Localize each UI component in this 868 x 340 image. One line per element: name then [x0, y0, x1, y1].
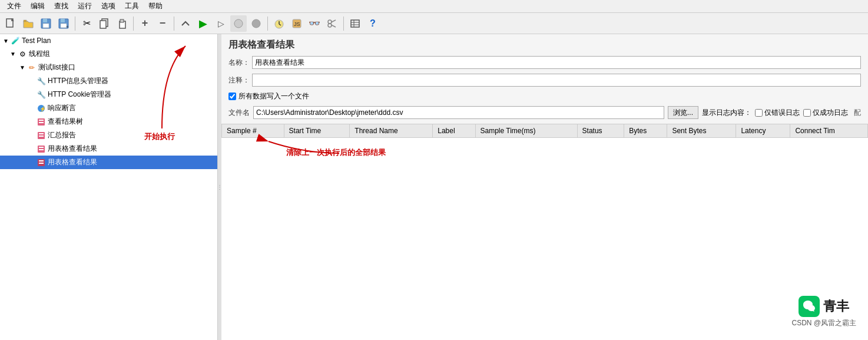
- tree-item-aggregate-report[interactable]: ▶ 汇总报告: [0, 128, 217, 142]
- file-row: 文件名 浏览... 显示日志内容： 仅错误日志 仅成功日志 配: [221, 104, 868, 121]
- file-input[interactable]: [253, 106, 664, 119]
- tree-label-list-interface: 测试list接口: [38, 62, 75, 72]
- sep2: [133, 16, 134, 31]
- col-connect-time: Connect Tim: [790, 124, 868, 138]
- svg-rect-41: [39, 163, 44, 164]
- tree-item-table-results1[interactable]: ▶ 用表格查看结果: [0, 142, 217, 156]
- expand-arrow-test-plan[interactable]: ▼: [2, 37, 9, 44]
- errors-only-label: 仅错误日志: [755, 108, 800, 118]
- success-only-checkbox[interactable]: [803, 109, 811, 117]
- script-button[interactable]: JS: [289, 15, 305, 32]
- comment-input[interactable]: [252, 74, 861, 87]
- name-label: 名称：: [228, 58, 252, 68]
- all-data-label: 所有数据写入一个文件: [238, 91, 309, 101]
- tree-label-view-results-tree: 查看结果树: [48, 117, 83, 127]
- all-data-checkbox[interactable]: [228, 93, 236, 100]
- copy-button[interactable]: [96, 15, 112, 32]
- tree-item-test-plan[interactable]: ▼ 🧪 Test Plan: [0, 34, 217, 47]
- tree-label-thread-group: 线程组: [29, 49, 50, 59]
- main-layout: ▼ 🧪 Test Plan ▼ ⚙ 线程组 ▼ ✏ 测试list接口 ▶ 🔧 H…: [0, 34, 868, 340]
- svg-rect-32: [39, 122, 44, 123]
- tree-label-table-results2: 用表格查看结果: [48, 157, 97, 167]
- menu-tools[interactable]: 工具: [120, 0, 144, 12]
- menu-run[interactable]: 运行: [73, 0, 97, 12]
- view-results-icon: [37, 117, 46, 127]
- run-button[interactable]: ▶: [195, 15, 211, 32]
- save-as-button[interactable]: +: [55, 15, 72, 32]
- new-button[interactable]: [2, 15, 19, 32]
- right-panel: 用表格查看结果 名称： 注释： 所有数据写入一个文件 文件名 浏览... 显示日…: [221, 34, 868, 340]
- menu-bar: 文件 编辑 查找 运行 选项 工具 帮助: [0, 0, 868, 13]
- list-button[interactable]: [347, 15, 363, 32]
- tree-label-http-cookie: HTTP Cookie管理器: [48, 90, 111, 100]
- browse-button[interactable]: 浏览...: [668, 106, 698, 119]
- cut-button[interactable]: ✂: [78, 15, 95, 32]
- paste-button[interactable]: [114, 15, 130, 32]
- svg-rect-37: [39, 147, 44, 148]
- svg-text:+: +: [66, 24, 69, 29]
- tree-item-response-assert[interactable]: ▶ ⚡ 响应断言: [0, 101, 217, 115]
- table-results1-icon: [37, 144, 46, 154]
- comment-row: 注释：: [221, 71, 868, 89]
- svg-point-14: [252, 19, 260, 28]
- col-status: Status: [577, 124, 624, 138]
- tree-item-thread-group[interactable]: ▼ ⚙ 线程组: [0, 47, 217, 61]
- scissors2-button[interactable]: [324, 15, 340, 32]
- panel-title: 用表格查看结果: [221, 34, 868, 54]
- col-sample: Sample #: [222, 124, 284, 138]
- success-only-label: 仅成功日志: [803, 108, 848, 118]
- expand-button[interactable]: [177, 15, 194, 32]
- tree-label-table-results1: 用表格查看结果: [48, 144, 97, 154]
- col-sent-bytes: Sent Bytes: [667, 124, 736, 138]
- help-button[interactable]: ?: [365, 15, 381, 32]
- menu-edit[interactable]: 编辑: [26, 0, 49, 12]
- errors-only-checkbox[interactable]: [755, 109, 763, 117]
- timer-button[interactable]: [271, 15, 287, 32]
- col-start-time: Start Time: [284, 124, 350, 138]
- svg-rect-12: [120, 19, 124, 22]
- tree-label-http-header: HTTP信息头管理器: [48, 76, 108, 86]
- menu-file[interactable]: 文件: [2, 0, 26, 12]
- tree-item-list-interface[interactable]: ▼ ✏ 测试list接口: [0, 61, 217, 74]
- glasses-button[interactable]: 👓: [306, 15, 323, 32]
- tree-item-view-results-tree[interactable]: ▶ 查看结果树: [0, 115, 217, 128]
- sep5: [343, 16, 344, 31]
- svg-point-21: [328, 24, 332, 27]
- log-label: 显示日志内容：: [702, 108, 751, 118]
- col-bytes: Bytes: [624, 124, 667, 138]
- tree-item-http-header[interactable]: ▶ 🔧 HTTP信息头管理器: [0, 74, 217, 88]
- save-button[interactable]: [38, 15, 54, 32]
- add-button[interactable]: +: [137, 15, 153, 32]
- data-table: Sample # Start Time Thread Name Label Sa…: [221, 124, 868, 138]
- expand-arrow-thread-group[interactable]: ▼: [9, 51, 16, 58]
- stop-button[interactable]: [230, 15, 247, 32]
- sep4: [267, 16, 268, 31]
- list-interface-icon: ✏: [27, 63, 37, 72]
- menu-find[interactable]: 查找: [49, 0, 73, 12]
- sep3: [174, 16, 174, 31]
- menu-help[interactable]: 帮助: [144, 0, 167, 12]
- remove-button[interactable]: −: [154, 15, 171, 32]
- file-label: 文件名: [228, 108, 250, 118]
- aggregate-report-icon: [37, 131, 46, 140]
- run-partial-button[interactable]: ▷: [213, 15, 229, 32]
- svg-rect-24: [351, 20, 359, 27]
- expand-arrow-list[interactable]: ▼: [19, 64, 26, 71]
- results-table: Sample # Start Time Thread Name Label Sa…: [221, 124, 868, 340]
- svg-rect-35: [39, 136, 44, 137]
- open-button[interactable]: [20, 15, 37, 32]
- tree-item-http-cookie[interactable]: ▶ 🔧 HTTP Cookie管理器: [0, 88, 217, 101]
- http-cookie-icon: 🔧: [37, 90, 46, 100]
- svg-rect-3: [43, 19, 47, 22]
- table-results2-icon: [37, 158, 46, 167]
- svg-rect-1: [24, 20, 26, 22]
- name-row: 名称：: [221, 54, 868, 71]
- tree-panel: ▼ 🧪 Test Plan ▼ ⚙ 线程组 ▼ ✏ 测试list接口 ▶ 🔧 H…: [0, 34, 218, 340]
- menu-options[interactable]: 选项: [97, 0, 120, 12]
- stop-now-button[interactable]: [248, 15, 264, 32]
- svg-rect-34: [39, 133, 44, 134]
- svg-text:⚡: ⚡: [39, 105, 45, 113]
- col-sample-time: Sample Time(ms): [475, 124, 577, 138]
- tree-item-table-results2[interactable]: ▶ 用表格查看结果: [0, 156, 217, 169]
- name-input[interactable]: [252, 56, 861, 69]
